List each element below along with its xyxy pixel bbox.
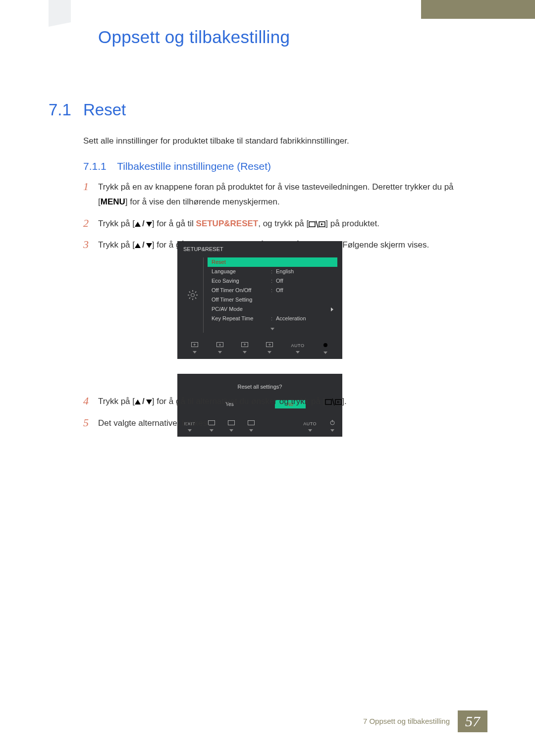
window-enter-icon — [309, 219, 325, 228]
footer-chapter-text: 7 Oppsett og tilbakestilling — [363, 715, 450, 727]
submenu-arrow-icon — [331, 307, 333, 311]
section-number: 7.1 — [49, 97, 83, 122]
step-number: 4 — [83, 394, 98, 409]
osd-row-label: Reset — [212, 258, 271, 266]
chapter-title: Oppsett og tilbakestilling — [98, 24, 290, 50]
triangle-up-icon — [135, 222, 141, 227]
header-accent-bar — [421, 0, 535, 19]
scroll-down-hint-icon — [208, 324, 337, 333]
step-text: , og trykk på [ — [258, 219, 309, 228]
step-5: 5 Det valgte alternativet brukes. — [83, 416, 484, 431]
svg-line-1 — [316, 221, 318, 228]
step-1: 1 Trykk på en av knappene foran på produ… — [83, 180, 484, 209]
osd-nav-bar: AUTO — [177, 338, 342, 359]
nav-down-icon — [216, 342, 223, 353]
step-text: ] for å gå til — [152, 219, 196, 228]
osd-row-label: Off Timer Setting — [212, 296, 271, 304]
step-4: 4 Trykk på [/] for å gå til alternativet… — [83, 394, 484, 409]
nav-up-icon — [241, 342, 248, 353]
osd-menu-row: Key Repeat Time:Acceleration — [208, 314, 337, 323]
osd-menu-row: Reset — [208, 257, 337, 267]
triangle-down-icon — [146, 243, 152, 248]
step-text: Det valgte alternativet brukes. — [98, 416, 210, 431]
step-number: 5 — [83, 416, 98, 431]
step-text: ]. — [342, 397, 346, 406]
osd-row-label: Eco Saving — [212, 277, 271, 285]
step-text: Trykk på [ — [98, 219, 135, 228]
svg-line-12 — [332, 399, 334, 405]
step-text: ] for å gå til alternativet du ønsker og… — [152, 397, 325, 406]
triangle-up-icon — [135, 243, 141, 248]
step-text: ] på produktet. — [325, 219, 379, 228]
gear-icon — [187, 289, 199, 301]
svg-rect-11 — [325, 400, 331, 404]
step-text: Trykk på [ — [98, 240, 135, 250]
step-text: ] for å vise den tilhørende menyskjermen… — [125, 197, 280, 206]
subsection-number: 7.1.1 — [83, 160, 107, 172]
nav-power-icon — [322, 342, 328, 354]
osd-row-value: Off — [276, 286, 283, 295]
section-intro: Sett alle innstillinger for produktet ti… — [83, 135, 465, 148]
subsection-heading: 7.1.1 Tilbakestille innstillingene (Rese… — [83, 158, 271, 175]
osd-menu-row: Eco Saving:Off — [208, 276, 337, 286]
osd-row-value: Acceleration — [276, 314, 306, 323]
chapter-tab-corner — [49, 0, 71, 22]
triangle-down-icon — [146, 400, 152, 404]
svg-rect-0 — [309, 222, 315, 227]
step-number: 1 — [83, 180, 98, 209]
step-number: 2 — [83, 216, 98, 231]
subsection-title: Tilbakestille innstillingene (Reset) — [117, 160, 271, 172]
section-title: Reset — [83, 97, 126, 122]
osd-row-label: PC/AV Mode — [212, 305, 271, 313]
page-footer: 7 Oppsett og tilbakestilling 57 — [363, 710, 487, 732]
osd-menu-row: PC/AV Mode — [208, 304, 337, 314]
section-heading: 7.1 Reset — [49, 97, 126, 122]
menu-target: SETUP&RESET — [196, 219, 259, 228]
page-number-badge: 57 — [458, 710, 487, 732]
osd-row-label: Off Timer On/Off — [212, 286, 271, 295]
svg-point-7 — [323, 343, 327, 347]
svg-point-6 — [191, 294, 195, 297]
menu-label: MENU — [101, 197, 125, 206]
osd-row-value: Off — [276, 277, 283, 285]
osd-row-label: Language — [212, 267, 271, 276]
step-number: 3 — [83, 238, 98, 252]
osd-title: SETUP&RESET — [177, 241, 342, 256]
osd-row-value: English — [276, 267, 294, 276]
step-text: Trykk på [ — [98, 397, 135, 406]
osd-menu-row: Off Timer Setting — [208, 295, 337, 304]
step-2: 2 Trykk på [/] for å gå til SETUP&RESET,… — [83, 216, 484, 231]
nav-right-icon — [266, 342, 273, 353]
osd-setup-reset: SETUP&RESET ResetLanguage:EnglishEco Sav… — [177, 241, 342, 359]
window-enter-icon — [325, 397, 342, 406]
osd-row-label: Key Repeat Time — [212, 314, 271, 323]
nav-auto: AUTO — [291, 343, 305, 353]
osd-category-icon — [182, 257, 203, 333]
osd-menu-row: Off Timer On/Off:Off — [208, 286, 337, 295]
triangle-down-icon — [146, 222, 152, 227]
nav-left-icon — [191, 342, 198, 353]
osd-menu-row: Language:English — [208, 267, 337, 276]
triangle-up-icon — [135, 400, 141, 404]
